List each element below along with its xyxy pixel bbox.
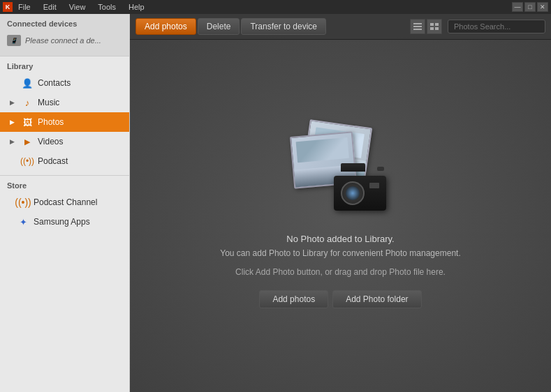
podcast-channel-label: Podcast Channel — [34, 197, 97, 207]
expand-arrow-music: ▶ — [10, 99, 17, 106]
empty-state-line3: Click Add Photo button, or drag and drop… — [220, 266, 460, 279]
contacts-label: Contacts — [38, 78, 71, 88]
content-area: No Photo added to Library. You can add P… — [130, 40, 551, 392]
grid-view-icon — [430, 23, 439, 30]
list-view-icon — [413, 23, 422, 30]
window-controls: — □ ✕ — [512, 2, 548, 12]
add-photo-folder-button[interactable]: Add Photo folder — [332, 290, 421, 308]
menu-edit[interactable]: Edit — [41, 3, 59, 11]
maximize-button[interactable]: □ — [524, 2, 536, 12]
action-buttons: Add photos Add Photo folder — [259, 290, 421, 308]
camera-body — [334, 176, 386, 211]
podcast-label: Podcast — [38, 156, 68, 166]
camera-top — [341, 163, 365, 172]
svg-rect-6 — [435, 27, 439, 30]
camera-lens-outer — [341, 181, 365, 205]
connected-devices-title: Connected devices — [0, 14, 129, 31]
sidebar-item-photos[interactable]: ▶ 🖼 Photos — [0, 112, 129, 132]
music-icon: ♪ — [21, 96, 34, 109]
device-item: 📱 Please connect a de... — [0, 31, 129, 50]
sidebar-item-music[interactable]: ▶ ♪ Music — [0, 93, 129, 112]
store-title: Store — [0, 176, 129, 193]
photos-label: Photos — [38, 117, 64, 127]
app-body: Connected devices 📱 Please connect a de.… — [0, 14, 551, 392]
grid-view-button[interactable] — [427, 19, 442, 34]
expand-arrow-podcast — [10, 158, 17, 165]
store-section: Store ((•)) Podcast Channel ✦ Samsung Ap… — [0, 176, 129, 236]
music-label: Music — [38, 98, 59, 107]
device-label: Please connect a de... — [25, 36, 101, 45]
empty-state-line2: You can add Photo to Library for conveni… — [220, 247, 460, 260]
search-input[interactable] — [448, 20, 545, 33]
samsung-apps-label: Samsung Apps — [34, 217, 90, 227]
add-photos-action-button[interactable]: Add photos — [259, 290, 328, 308]
title-bar: K File Edit View Tools Help — □ ✕ — [0, 0, 551, 14]
library-title: Library — [0, 56, 129, 73]
sidebar: Connected devices 📱 Please connect a de.… — [0, 14, 130, 392]
sidebar-item-contacts[interactable]: 👤 Contacts — [0, 73, 129, 93]
svg-rect-0 — [413, 23, 422, 24]
camera-flash — [369, 183, 379, 188]
videos-label: Videos — [38, 137, 63, 146]
sidebar-item-podcast[interactable]: ((•)) Podcast — [0, 151, 129, 171]
connected-devices-section: Connected devices 📱 Please connect a de.… — [0, 14, 129, 56]
photos-icon: 🖼 — [21, 116, 34, 128]
svg-rect-2 — [413, 29, 422, 30]
podcast-icon: ((•)) — [21, 155, 34, 167]
view-toggle — [410, 19, 442, 34]
menu-bar: File Edit View Tools Help — [15, 3, 512, 11]
expand-arrow-contacts — [10, 80, 17, 86]
videos-icon: ▶ — [21, 135, 34, 148]
svg-rect-4 — [435, 23, 439, 26]
svg-rect-1 — [413, 26, 422, 27]
camera — [330, 169, 390, 214]
menu-view[interactable]: View — [66, 3, 89, 11]
main-content: Add photos Delete Transfer to device — [130, 14, 551, 392]
samsung-apps-icon: ✦ — [17, 216, 29, 228]
podcast-channel-icon: ((•)) — [17, 196, 29, 209]
expand-arrow-videos: ▶ — [10, 138, 17, 145]
expand-arrow-photos: ▶ — [10, 119, 17, 126]
transfer-button[interactable]: Transfer to device — [241, 18, 326, 35]
store-item-samsung-apps[interactable]: ✦ Samsung Apps — [0, 212, 129, 232]
menu-file[interactable]: File — [15, 3, 34, 11]
svg-rect-5 — [430, 27, 434, 30]
menu-help[interactable]: Help — [126, 3, 147, 11]
svg-rect-3 — [430, 23, 434, 26]
store-item-podcast-channel[interactable]: ((•)) Podcast Channel — [0, 193, 129, 212]
device-icon: 📱 — [7, 35, 21, 46]
sidebar-item-videos[interactable]: ▶ ▶ Videos — [0, 132, 129, 151]
camera-shutter-button — [377, 167, 384, 171]
empty-state-text: No Photo added to Library. You can add P… — [220, 232, 460, 279]
close-button[interactable]: ✕ — [537, 2, 548, 12]
toolbar: Add photos Delete Transfer to device — [130, 14, 551, 40]
camera-lens-inner — [345, 186, 360, 201]
list-view-button[interactable] — [410, 19, 425, 34]
contacts-icon: 👤 — [21, 77, 34, 89]
app-icon: K — [3, 2, 13, 12]
minimize-button[interactable]: — — [512, 2, 523, 12]
add-photos-button[interactable]: Add photos — [135, 18, 196, 35]
delete-button[interactable]: Delete — [198, 18, 240, 35]
empty-state-line1: No Photo added to Library. — [220, 232, 460, 247]
library-section: Library 👤 Contacts ▶ ♪ Music ▶ 🖼 Photos … — [0, 56, 129, 176]
menu-tools[interactable]: Tools — [95, 3, 119, 11]
photo-illustration — [292, 123, 390, 214]
